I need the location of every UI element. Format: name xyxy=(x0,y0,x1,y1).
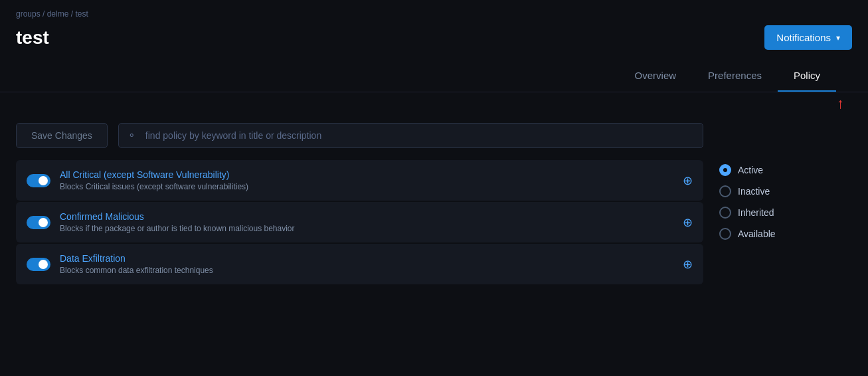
policy-name-1: Confirmed Malicious xyxy=(60,211,673,222)
arrow-indicator: ↑ xyxy=(0,92,868,111)
breadcrumb: groups / delme / test xyxy=(16,9,852,19)
chevron-down-icon: ▾ xyxy=(836,33,840,43)
radio-inactive[interactable] xyxy=(719,185,731,197)
radio-active[interactable] xyxy=(719,164,731,176)
policy-info-icon-0[interactable]: ⊕ xyxy=(683,173,693,188)
policy-item: Confirmed Malicious Blocks if the packag… xyxy=(16,202,703,242)
up-arrow-icon: ↑ xyxy=(837,96,844,111)
filter-option-active[interactable]: Active xyxy=(719,164,852,176)
policy-info-1: Confirmed Malicious Blocks if the packag… xyxy=(60,211,673,233)
policy-toggle-0[interactable] xyxy=(27,174,50,187)
tab-preferences[interactable]: Preferences xyxy=(692,60,778,92)
search-icon: ⚬ xyxy=(128,130,136,141)
radio-available[interactable] xyxy=(719,228,731,240)
policy-info-icon-2[interactable]: ⊕ xyxy=(683,257,693,272)
policy-name-2: Data Exfiltration xyxy=(60,253,673,264)
right-panel: Active Inactive Inherited Available xyxy=(719,111,852,284)
left-panel: Save Changes ⚬ All Critical (except Soft… xyxy=(16,111,703,284)
filter-label-active: Active xyxy=(738,165,763,175)
tab-policy[interactable]: Policy xyxy=(778,60,836,92)
filter-option-inactive[interactable]: Inactive xyxy=(719,185,852,197)
policy-item: Data Exfiltration Blocks common data exf… xyxy=(16,244,703,284)
filter-label-inherited: Inherited xyxy=(738,207,774,218)
page-title: test xyxy=(16,27,49,48)
header-top: test Notifications ▾ xyxy=(16,25,852,60)
nav-tabs: Overview Preferences Policy xyxy=(16,60,852,92)
filter-options: Active Inactive Inherited Available xyxy=(719,164,852,240)
filter-option-inherited[interactable]: Inherited xyxy=(719,207,852,219)
radio-inherited[interactable] xyxy=(719,207,731,219)
policy-desc-1: Blocks if the package or author is tied … xyxy=(60,224,673,233)
policy-info-0: All Critical (except Software Vulnerabil… xyxy=(60,169,673,191)
header: groups / delme / test test Notifications… xyxy=(0,0,868,92)
notifications-button[interactable]: Notifications ▾ xyxy=(764,25,852,50)
search-input[interactable] xyxy=(118,123,703,148)
policy-info-icon-1[interactable]: ⊕ xyxy=(683,215,693,230)
filter-option-available[interactable]: Available xyxy=(719,228,852,240)
policy-toggle-2[interactable] xyxy=(27,258,50,271)
notifications-label: Notifications xyxy=(776,32,831,43)
tab-overview[interactable]: Overview xyxy=(619,60,693,92)
policy-toggle-1[interactable] xyxy=(27,216,50,229)
search-container: ⚬ xyxy=(118,123,703,148)
policy-info-2: Data Exfiltration Blocks common data exf… xyxy=(60,253,673,275)
toolbar: Save Changes ⚬ xyxy=(16,123,703,148)
filter-label-inactive: Inactive xyxy=(738,186,770,197)
policy-item: All Critical (except Software Vulnerabil… xyxy=(16,160,703,201)
policy-desc-0: Blocks Critical issues (except software … xyxy=(60,182,673,191)
main-content: Save Changes ⚬ All Critical (except Soft… xyxy=(0,111,868,284)
policy-name-0: All Critical (except Software Vulnerabil… xyxy=(60,169,673,180)
filter-label-available: Available xyxy=(738,229,776,239)
policy-desc-2: Blocks common data exfiltration techniqu… xyxy=(60,266,673,275)
save-changes-button[interactable]: Save Changes xyxy=(16,123,108,148)
policy-list: All Critical (except Software Vulnerabil… xyxy=(16,160,703,284)
